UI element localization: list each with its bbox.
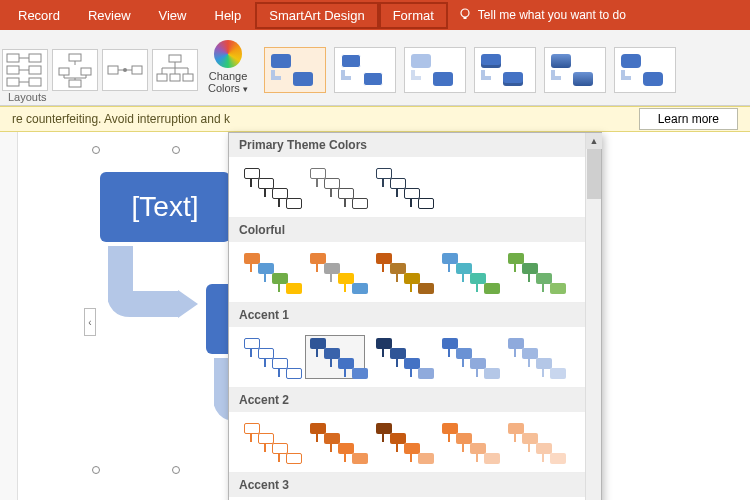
smartart-connector [108, 246, 198, 330]
vertical-ruler [0, 132, 18, 500]
section-header: Colorful [229, 218, 601, 242]
section-colorful: Colorful [229, 218, 601, 303]
color-swatch[interactable] [371, 250, 431, 294]
color-swatch[interactable] [305, 420, 365, 464]
layout-option-3[interactable] [102, 49, 148, 91]
section-header: Accent 2 [229, 388, 601, 412]
learn-more-button[interactable]: Learn more [639, 108, 738, 130]
scroll-thumb[interactable] [587, 149, 601, 199]
layout-option-4[interactable] [152, 49, 198, 91]
layout-option-2[interactable] [52, 49, 98, 91]
svg-point-0 [461, 9, 469, 17]
tab-record[interactable]: Record [4, 2, 74, 29]
section-header: Primary Theme Colors [229, 133, 601, 157]
color-swatch[interactable] [305, 335, 365, 379]
color-swatch[interactable] [437, 250, 497, 294]
svg-rect-18 [183, 74, 193, 81]
chevron-left-icon: ‹ [88, 317, 91, 328]
tab-format[interactable]: Format [379, 2, 448, 29]
section-header: Accent 3 [229, 473, 601, 497]
svg-rect-13 [132, 66, 142, 74]
svg-rect-15 [169, 55, 181, 62]
color-swatch[interactable] [239, 420, 299, 464]
color-swatch[interactable] [437, 335, 497, 379]
change-colors-dropdown: ▲ ▼ Primary Theme Colors Colorful Accent… [228, 132, 602, 500]
selection-handle[interactable] [172, 466, 180, 474]
svg-rect-6 [29, 66, 41, 74]
text-pane-toggle[interactable]: ‹ [84, 308, 96, 336]
svg-rect-16 [157, 74, 167, 81]
section-accent2: Accent 2 [229, 388, 601, 473]
message-bar: re counterfeiting. Avoid interruption an… [0, 106, 750, 132]
color-swatch[interactable] [371, 335, 431, 379]
color-swatch[interactable] [437, 420, 497, 464]
svg-point-14 [123, 68, 127, 72]
svg-rect-2 [7, 54, 19, 62]
svg-rect-8 [69, 54, 81, 61]
selection-handle[interactable] [92, 466, 100, 474]
color-wheel-icon [214, 40, 242, 68]
svg-rect-10 [81, 68, 91, 75]
color-swatch[interactable] [239, 335, 299, 379]
tab-view[interactable]: View [145, 2, 201, 29]
tab-help[interactable]: Help [201, 2, 256, 29]
scroll-up-button[interactable]: ▲ [586, 133, 602, 149]
tell-me-search[interactable]: Tell me what you want to do [458, 7, 626, 24]
selection-handle[interactable] [172, 146, 180, 154]
color-swatch[interactable] [371, 165, 431, 209]
style-option-5[interactable] [544, 47, 606, 93]
section-accent3: Accent 3 [229, 473, 601, 500]
section-header: Accent 1 [229, 303, 601, 327]
svg-rect-11 [69, 80, 81, 87]
change-colors-label: Change Colors ▾ [203, 70, 253, 95]
svg-rect-3 [7, 66, 19, 74]
svg-rect-17 [170, 74, 180, 81]
style-option-1[interactable] [264, 47, 326, 93]
section-primary-theme: Primary Theme Colors [229, 133, 601, 218]
color-swatch[interactable] [305, 250, 365, 294]
lightbulb-icon [458, 7, 472, 24]
svg-rect-1 [463, 17, 466, 19]
color-swatch[interactable] [503, 335, 563, 379]
layouts-group-label: Layouts [2, 89, 53, 105]
smartart-styles-gallery [258, 42, 676, 98]
dropdown-scrollbar[interactable]: ▲ ▼ [585, 133, 601, 500]
message-bar-text: re counterfeiting. Avoid interruption an… [12, 112, 230, 126]
color-swatch[interactable] [503, 250, 563, 294]
color-swatch[interactable] [239, 165, 299, 209]
change-colors-button[interactable]: Change Colors ▾ [202, 37, 254, 103]
style-option-4[interactable] [474, 47, 536, 93]
svg-rect-5 [29, 54, 41, 62]
color-swatch[interactable] [305, 165, 365, 209]
svg-rect-4 [7, 78, 19, 86]
layout-option-1[interactable] [2, 49, 48, 91]
color-swatch[interactable] [503, 420, 563, 464]
style-option-6[interactable] [614, 47, 676, 93]
smartart-node-1[interactable]: [Text] [100, 172, 230, 242]
color-swatch[interactable] [239, 250, 299, 294]
selection-handle[interactable] [92, 146, 100, 154]
color-swatch[interactable] [371, 420, 431, 464]
svg-rect-12 [108, 66, 118, 74]
svg-rect-9 [59, 68, 69, 75]
tab-smartart-design[interactable]: SmartArt Design [255, 2, 378, 29]
slide-canvas: ‹ [Text] ▲ ▼ Primary Theme Colors Colorf… [0, 132, 750, 500]
svg-rect-7 [29, 78, 41, 86]
ribbon: Change Colors ▾ [0, 30, 750, 106]
style-option-3[interactable] [404, 47, 466, 93]
tab-review[interactable]: Review [74, 2, 145, 29]
style-option-2[interactable] [334, 47, 396, 93]
tell-me-label: Tell me what you want to do [478, 8, 626, 22]
ribbon-tab-strip: Record Review View Help SmartArt Design … [0, 0, 750, 30]
section-accent1: Accent 1 [229, 303, 601, 388]
